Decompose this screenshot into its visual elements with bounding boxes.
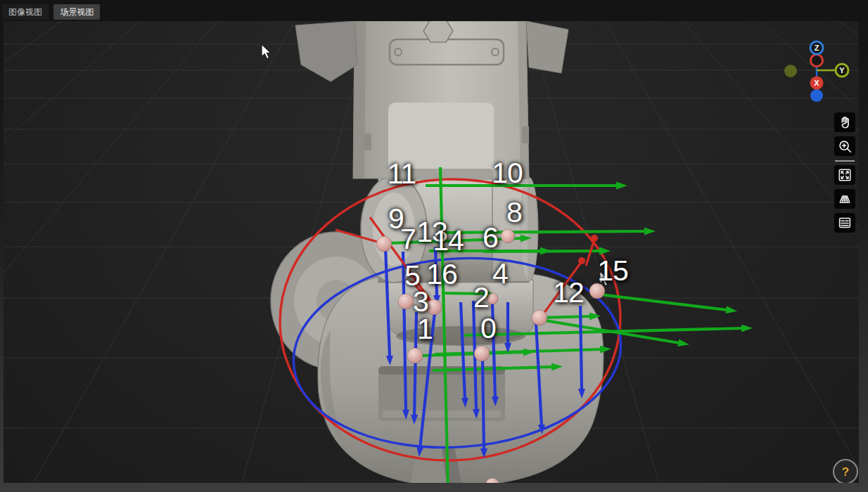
green-axis-arrow: [438, 231, 646, 233]
waypoint-sphere[interactable]: [532, 310, 547, 325]
axis-y-label: Y: [839, 66, 845, 75]
list-icon: [837, 215, 853, 231]
blue-axis-arrow: [435, 247, 437, 297]
waypoint-sphere[interactable]: [398, 294, 414, 309]
scene-canvas: [4, 21, 859, 483]
zoom-in-icon: [837, 138, 853, 154]
waypoint-sphere[interactable]: [589, 283, 605, 299]
scene-viewport[interactable]: 012345678910111213141516 Z Y X: [4, 21, 859, 483]
ground-grid-icon: [837, 191, 853, 207]
robot-right-wing: [526, 21, 568, 73]
blue-axis-arrow: [580, 306, 582, 390]
red-axis-dot: [578, 257, 585, 264]
waypoint-sphere[interactable]: [407, 348, 423, 363]
zoom-tool-button[interactable]: [834, 136, 855, 156]
scene-toolbar: [834, 112, 857, 237]
axis-x-label: X: [814, 79, 819, 87]
fit-view-icon: [837, 167, 853, 183]
tab-image-view[interactable]: 图像视图: [2, 4, 49, 20]
red-axis-dot: [591, 235, 598, 242]
green-axis-arrow: [442, 293, 485, 294]
hand-icon: [837, 115, 853, 130]
waypoint-sphere[interactable]: [474, 346, 490, 361]
blue-axis-arrow: [414, 312, 416, 416]
axis-neg-x-handle[interactable]: [811, 55, 823, 67]
fit-view-button[interactable]: [834, 165, 855, 185]
waypoint-sphere[interactable]: [376, 236, 392, 252]
axis-neg-z-handle[interactable]: [810, 89, 823, 102]
waypoint-sphere[interactable]: [426, 299, 442, 315]
app-frame: 图像视图 场景视图: [0, 0, 868, 492]
toolbar-divider: [835, 160, 855, 162]
mouse-cursor: [262, 44, 271, 59]
help-label: ?: [842, 466, 849, 478]
display-list-button[interactable]: [834, 213, 855, 233]
scene-world: 012345678910111213141516 Z Y X: [4, 21, 859, 483]
waypoint-sphere[interactable]: [487, 293, 498, 304]
green-axis-arrow: [542, 316, 591, 318]
ground-grid-button[interactable]: [834, 189, 855, 209]
green-axis-arrow: [484, 251, 601, 252]
mouse-cursor: [600, 271, 609, 286]
orientation-gizmo[interactable]: Z Y X: [779, 37, 858, 107]
blue-axis-arrow: [483, 358, 484, 450]
axis-neg-y-handle[interactable]: [784, 65, 797, 77]
tab-scene-view[interactable]: 场景视图: [53, 4, 100, 20]
view-tabs: 图像视图 场景视图: [0, 0, 868, 21]
axis-z-label: Z: [815, 44, 819, 52]
robot-left-wing: [295, 21, 357, 82]
help-button[interactable]: ?: [833, 459, 858, 483]
waypoint-sphere[interactable]: [501, 229, 515, 243]
pan-tool-button[interactable]: [834, 112, 855, 132]
